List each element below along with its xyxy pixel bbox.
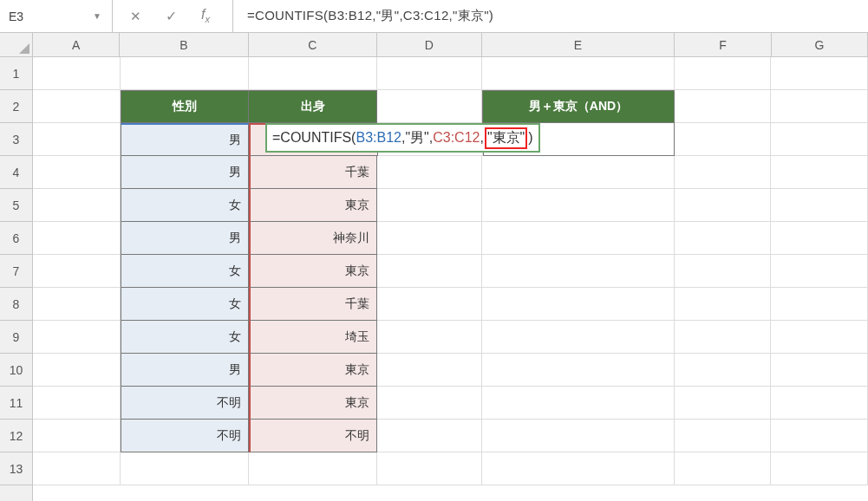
cell-B7[interactable]: 女 bbox=[121, 255, 249, 288]
cell[interactable] bbox=[675, 452, 772, 485]
cell[interactable] bbox=[675, 90, 772, 123]
cell[interactable] bbox=[482, 255, 675, 288]
row-header-10[interactable]: 10 bbox=[0, 354, 32, 387]
row-header-2[interactable]: 2 bbox=[0, 90, 32, 123]
cell[interactable] bbox=[482, 354, 675, 387]
name-box[interactable]: E3 ▼ bbox=[0, 0, 113, 32]
cell[interactable] bbox=[33, 452, 121, 485]
row-header-4[interactable]: 4 bbox=[0, 156, 32, 189]
cell[interactable] bbox=[482, 288, 675, 321]
cell[interactable] bbox=[771, 354, 868, 387]
cell[interactable] bbox=[33, 222, 121, 255]
row-header-5[interactable]: 5 bbox=[0, 189, 32, 222]
cell[interactable] bbox=[675, 354, 772, 387]
chevron-down-icon[interactable]: ▼ bbox=[93, 11, 103, 21]
cell[interactable] bbox=[675, 222, 772, 255]
row-header-9[interactable]: 9 bbox=[0, 321, 32, 354]
cell[interactable] bbox=[33, 90, 121, 123]
fx-icon[interactable]: fx bbox=[201, 7, 215, 24]
col-header-B[interactable]: B bbox=[120, 33, 248, 56]
cell-B9[interactable]: 女 bbox=[121, 321, 249, 354]
cell-C11[interactable]: 東京 bbox=[249, 387, 377, 420]
cell-C4[interactable]: 千葉 bbox=[249, 156, 377, 189]
col-header-F[interactable]: F bbox=[675, 33, 771, 56]
cell[interactable] bbox=[377, 189, 482, 222]
cell[interactable] bbox=[675, 288, 772, 321]
cell[interactable] bbox=[482, 57, 675, 90]
row-header-6[interactable]: 6 bbox=[0, 222, 32, 255]
cell[interactable] bbox=[33, 321, 121, 354]
cancel-icon[interactable]: ✕ bbox=[130, 9, 141, 24]
cell-C8[interactable]: 千葉 bbox=[249, 288, 377, 321]
cell-B5[interactable]: 女 bbox=[121, 189, 249, 222]
cell[interactable] bbox=[377, 90, 482, 123]
header-result[interactable]: 男＋東京（AND） bbox=[482, 90, 675, 123]
cell[interactable] bbox=[771, 189, 868, 222]
cell[interactable] bbox=[482, 321, 675, 354]
cell[interactable] bbox=[771, 255, 868, 288]
col-header-A[interactable]: A bbox=[33, 33, 120, 56]
cell-C5[interactable]: 東京 bbox=[249, 189, 377, 222]
cell[interactable] bbox=[675, 57, 772, 90]
cell-B8[interactable]: 女 bbox=[121, 288, 249, 321]
cell[interactable] bbox=[377, 288, 482, 321]
cell[interactable] bbox=[249, 452, 377, 485]
cell[interactable] bbox=[771, 123, 868, 156]
cell[interactable] bbox=[482, 452, 675, 485]
cell[interactable] bbox=[482, 156, 675, 189]
col-header-C[interactable]: C bbox=[249, 33, 377, 56]
row-header-8[interactable]: 8 bbox=[0, 288, 32, 321]
cell[interactable] bbox=[675, 156, 772, 189]
cell[interactable] bbox=[377, 156, 482, 189]
cell[interactable] bbox=[33, 420, 121, 452]
cell-B10[interactable]: 男 bbox=[121, 354, 249, 387]
cell[interactable] bbox=[675, 420, 772, 452]
cell-B11[interactable]: 不明 bbox=[121, 387, 249, 420]
cell[interactable] bbox=[771, 321, 868, 354]
cell[interactable] bbox=[482, 189, 675, 222]
cell[interactable] bbox=[33, 123, 121, 156]
cell-B12[interactable]: 不明 bbox=[121, 420, 249, 452]
formula-bar-input[interactable]: =COUNTIFS(B3:B12,"男",C3:C12,"東京") bbox=[233, 8, 868, 24]
cell[interactable] bbox=[33, 387, 121, 420]
cell[interactable] bbox=[771, 57, 868, 90]
cell[interactable] bbox=[675, 387, 772, 420]
cell[interactable] bbox=[675, 321, 772, 354]
spreadsheet-grid[interactable]: A B C D E F G 1 2 3 4 5 6 7 8 9 10 11 12… bbox=[0, 33, 868, 501]
cell[interactable] bbox=[377, 57, 482, 90]
col-header-D[interactable]: D bbox=[377, 33, 482, 56]
cell[interactable] bbox=[377, 420, 482, 452]
row-header-3[interactable]: 3 bbox=[0, 123, 32, 156]
cell[interactable] bbox=[377, 255, 482, 288]
cell[interactable] bbox=[377, 321, 482, 354]
cell-C9[interactable]: 埼玉 bbox=[249, 321, 377, 354]
row-header-12[interactable]: 12 bbox=[0, 420, 32, 452]
cell[interactable] bbox=[33, 255, 121, 288]
cell[interactable] bbox=[121, 452, 249, 485]
cell[interactable] bbox=[675, 255, 772, 288]
cell[interactable] bbox=[482, 420, 675, 452]
cell[interactable] bbox=[771, 90, 868, 123]
cell-C10[interactable]: 東京 bbox=[249, 354, 377, 387]
cell[interactable] bbox=[771, 222, 868, 255]
cell[interactable] bbox=[33, 189, 121, 222]
cell[interactable] bbox=[675, 123, 772, 156]
cell[interactable] bbox=[121, 57, 249, 90]
row-header-11[interactable]: 11 bbox=[0, 387, 32, 420]
cell[interactable] bbox=[33, 57, 121, 90]
cell[interactable] bbox=[482, 222, 675, 255]
cell-B3[interactable]: 男 bbox=[121, 123, 250, 156]
cell[interactable] bbox=[771, 452, 868, 485]
cell[interactable] bbox=[377, 222, 482, 255]
cell-C7[interactable]: 東京 bbox=[249, 255, 377, 288]
cell-C6[interactable]: 神奈川 bbox=[249, 222, 377, 255]
cell[interactable] bbox=[377, 452, 482, 485]
cell[interactable] bbox=[377, 387, 482, 420]
row-header-7[interactable]: 7 bbox=[0, 255, 32, 288]
cell[interactable] bbox=[33, 354, 121, 387]
select-all-corner[interactable] bbox=[0, 33, 33, 57]
cell[interactable] bbox=[675, 189, 772, 222]
cell[interactable] bbox=[33, 288, 121, 321]
cell-B4[interactable]: 男 bbox=[121, 156, 249, 189]
cell[interactable] bbox=[377, 354, 482, 387]
